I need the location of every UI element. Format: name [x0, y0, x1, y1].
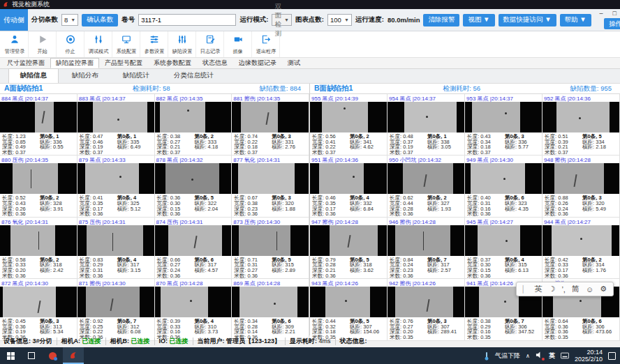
slit-count-select[interactable]: 8▼ [61, 14, 78, 26]
volume-icon[interactable] [536, 351, 543, 360]
defect-cell[interactable]: 950 小凹坑 |20:14:32长度: 0.62宽度: 0.44深度: 0.2… [388, 156, 465, 217]
big-button-journal[interactable]: 日志记录 [196, 31, 224, 57]
main-tab-5[interactable]: 边缘数据记录 [233, 58, 282, 68]
defect-thumbnail[interactable] [388, 287, 464, 317]
defect-cell[interactable]: 872 黑点 |20:14:30长度: 0.45宽度: 0.36深度: 0.19… [0, 279, 78, 340]
active-app-button[interactable] [63, 347, 84, 364]
start-button[interactable] [0, 347, 21, 364]
defect-thumbnail[interactable] [388, 102, 464, 132]
defect-cell[interactable]: 942 擦伤 |20:14:26长度: 0.76宽度: 0.27深度: 0.20… [388, 279, 465, 340]
defect-thumbnail[interactable] [310, 102, 387, 132]
defect-cell[interactable]: 879 黑点 |20:14:33长度: 0.41宽度: 0.35深度: 0.17… [78, 156, 155, 217]
defect-thumbnail[interactable] [388, 225, 464, 256]
defect-thumbnail[interactable] [310, 225, 387, 256]
run-mode-select[interactable]: 双面检测▼ [272, 14, 291, 26]
big-button-exit[interactable]: 退出程序 [252, 31, 280, 57]
main-tab-4[interactable]: 状态信息 [197, 58, 233, 68]
ime-keyboard-icon[interactable] [561, 352, 569, 359]
data-quick-access-button[interactable]: 数据快捷访问 ▼ [499, 14, 556, 26]
defect-thumbnail[interactable] [155, 163, 232, 194]
defect-thumbnail[interactable] [0, 225, 77, 256]
defect-cell[interactable]: 955 黑点 |20:14:39长度: 0.56宽度: 0.41深度: 0.22… [310, 94, 388, 156]
defect-thumbnail[interactable] [0, 287, 77, 317]
main-tab-6[interactable]: 测试 [282, 58, 306, 68]
defect-cell[interactable]: 880 压伤 |20:14:35长度: 0.52宽度: 0.43深度: 0.26… [0, 156, 78, 217]
view-menu-button[interactable]: 视图 ▼ [463, 14, 494, 26]
defect-thumbnail[interactable] [155, 225, 232, 256]
minimize-button[interactable]: – [595, 9, 608, 18]
defect-cell[interactable]: 882 黑点 |20:14:35长度: 0.38宽度: 0.27深度: 0.21… [155, 94, 232, 156]
defect-cell[interactable]: 869 黑点 |20:14:28长度: 0.34宽度: 0.28深度: 0.14… [232, 279, 309, 340]
main-tab-0[interactable]: 尺寸监控界面 [1, 58, 50, 68]
big-button-user[interactable]: 管理登录 [1, 31, 29, 57]
defect-cell[interactable]: 874 压伤 |20:14:31长度: 0.66宽度: 0.27深度: 0.24… [155, 218, 232, 279]
drive-side-badge[interactable]: 传动侧 [0, 9, 28, 31]
defect-thumbnail[interactable] [0, 163, 77, 194]
clear-alarm-button[interactable]: 清除报警 [423, 14, 459, 26]
defect-thumbnail[interactable] [465, 225, 542, 256]
defect-thumbnail[interactable] [155, 287, 232, 317]
chart-points-select[interactable]: 100▼ [327, 14, 352, 26]
defect-cell[interactable]: 946 擦伤 |20:14:28长度: 0.84宽度: 0.24深度: 0.23… [388, 218, 465, 279]
defect-cell[interactable]: 949 黑点 |20:14:30长度: 0.40宽度: 0.31深度: 0.16… [465, 156, 542, 217]
defect-cell[interactable]: 945 黑点 |20:14:27长度: 0.37宽度: 0.30深度: 0.15… [465, 218, 542, 279]
ime-emoji-icon[interactable]: ☺ [586, 285, 593, 294]
defect-cell[interactable]: 884 黑点 |20:14:37长度: 1.23宽度: 0.85深度: 0.49… [0, 94, 78, 156]
defect-thumbnail[interactable] [155, 102, 232, 132]
defect-thumbnail[interactable] [232, 102, 309, 132]
defect-cell[interactable]: 875 压伤 |20:14:31长度: 0.83宽度: 0.29深度: 0.31… [78, 218, 155, 279]
defect-cell[interactable]: 878 黑点 |20:14:32长度: 0.36宽度: 0.30深度: 0.15… [155, 156, 232, 217]
sub-tab-1[interactable]: 缺陷分布 [61, 69, 110, 83]
roll-number-input[interactable] [138, 14, 236, 26]
defect-thumbnail[interactable] [78, 225, 154, 256]
main-tab-2[interactable]: 产品型号配置 [99, 58, 148, 68]
defect-cell[interactable]: 870 黑点 |20:14:28长度: 0.39宽度: 0.33深度: 0.16… [155, 279, 232, 340]
defect-cell[interactable]: 944 黑点 |20:14:27长度: 0.42宽度: 0.33深度: 0.17… [542, 218, 620, 279]
defect-thumbnail[interactable] [78, 163, 154, 194]
ime-fullhalf-icon[interactable]: ☽ [549, 285, 556, 294]
ime-drag-handle[interactable]: ▏ [523, 285, 529, 293]
big-button-stop[interactable]: 停止 [57, 31, 84, 57]
defect-cell[interactable]: 953 黑点 |20:14:37长度: 0.43宽度: 0.34深度: 0.18… [465, 94, 542, 156]
defect-cell[interactable]: 951 黑点 |20:14:36长度: 0.46宽度: 0.35深度: 0.17… [310, 156, 388, 217]
defect-thumbnail[interactable] [465, 102, 542, 132]
defect-thumbnail[interactable] [542, 163, 619, 194]
defect-thumbnail[interactable] [465, 163, 542, 194]
operator-side-button[interactable]: 操作侧 [604, 18, 620, 29]
defect-cell[interactable]: 883 黑点 |20:14:37长度: 0.47宽度: 0.46深度: 0.19… [78, 94, 155, 156]
ime-simplified[interactable]: 简 [572, 284, 580, 294]
big-button-slidersv[interactable]: 缺陷设置 [168, 31, 196, 57]
pinned-app-button[interactable] [42, 347, 63, 364]
ime-punct-icon[interactable]: ’, [561, 285, 566, 294]
big-button-monitor[interactable]: 系统配置 [112, 31, 140, 57]
defect-thumbnail[interactable] [78, 287, 154, 317]
defect-thumbnail[interactable] [310, 287, 387, 317]
main-tab-1[interactable]: 缺陷监控界面 [50, 58, 99, 68]
hidden-icons-chevron[interactable]: ∧ [526, 353, 530, 359]
defect-cell[interactable]: 877 氧化 |20:14:31长度: 0.67宽度: 0.38深度: 0.23… [232, 156, 309, 217]
task-view-button[interactable] [21, 347, 42, 364]
help-menu-button[interactable]: 帮助 ▼ [560, 14, 591, 26]
language-indicator[interactable]: 英 [549, 351, 555, 361]
notification-center-icon[interactable] [608, 352, 616, 360]
defect-thumbnail[interactable] [232, 225, 309, 256]
weather-text[interactable]: 气温下降 [495, 351, 520, 361]
defect-cell[interactable]: 881 擦伤 |20:14:35长度: 0.74宽度: 0.22深度: 0.18… [232, 94, 309, 156]
ime-settings-icon[interactable]: ⚙ [600, 285, 607, 294]
panel-title[interactable]: A面缺陷拍1 [4, 84, 43, 93]
sub-tab-3[interactable]: 分类信息统计 [163, 69, 225, 83]
defect-cell[interactable]: 876 氧化 |20:14:31长度: 0.58宽度: 0.33深度: 0.20… [0, 218, 78, 279]
defect-cell[interactable]: 873 压伤 |20:14:30长度: 0.71宽度: 0.31深度: 0.27… [232, 218, 309, 279]
defect-thumbnail[interactable] [0, 102, 77, 132]
defect-cell[interactable]: 954 黑点 |20:14:37长度: 0.48宽度: 0.37深度: 0.19… [388, 94, 465, 156]
main-tab-3[interactable]: 系统参数配置 [148, 58, 197, 68]
big-button-tune[interactable]: 调试模式 [84, 31, 112, 57]
defect-cell[interactable]: 871 擦伤 |20:14:30长度: 0.92宽度: 0.25深度: 0.22… [78, 279, 155, 340]
defect-cell[interactable]: 947 擦伤 |20:14:28长度: 0.79宽度: 0.28深度: 0.21… [310, 218, 388, 279]
defect-cell[interactable]: 952 黑点 |20:14:36长度: 0.51宽度: 0.39深度: 0.21… [542, 94, 620, 156]
maximize-button[interactable]: □ [608, 9, 620, 18]
big-button-sliders[interactable]: 参数设置 [140, 31, 168, 57]
defect-thumbnail[interactable] [232, 287, 309, 317]
big-button-play[interactable]: 开始 [29, 31, 57, 57]
defect-thumbnail[interactable] [388, 163, 464, 194]
